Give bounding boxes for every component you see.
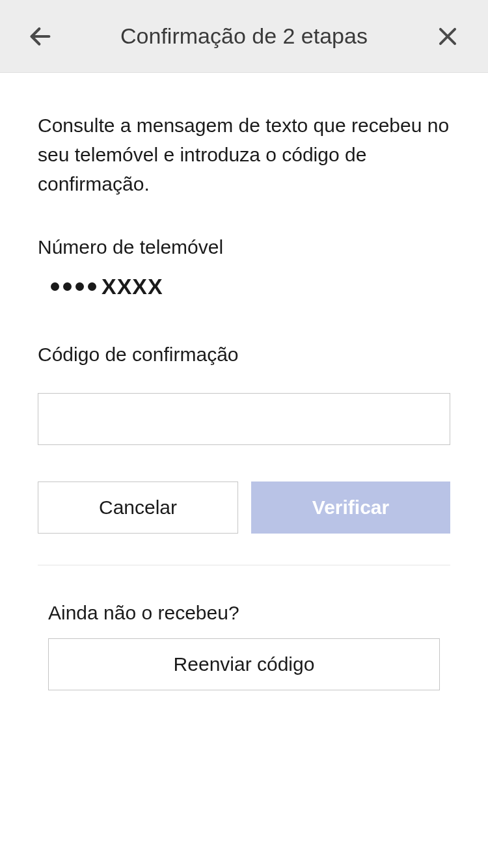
resend-code-button[interactable]: Reenviar código (48, 638, 440, 690)
divider (38, 565, 450, 565)
masked-dots-icon (51, 282, 96, 291)
phone-value: XXXX (38, 274, 450, 299)
confirmation-code-input[interactable] (38, 393, 450, 445)
page-title: Confirmação de 2 etapas (55, 23, 433, 49)
header-bar: Confirmação de 2 etapas (0, 0, 488, 73)
arrow-left-icon (27, 23, 53, 49)
main-content: Consulte a mensagem de texto que recebeu… (0, 73, 488, 690)
close-button[interactable] (433, 22, 462, 51)
phone-label: Número de telemóvel (38, 236, 450, 258)
instruction-text: Consulte a mensagem de texto que recebeu… (38, 111, 450, 198)
phone-section: Número de telemóvel XXXX (38, 236, 450, 299)
action-buttons: Cancelar Verificar (38, 481, 450, 534)
code-label: Código de confirmação (38, 344, 450, 366)
verify-button[interactable]: Verificar (251, 481, 450, 534)
resend-prompt: Ainda não o recebeu? (48, 602, 440, 624)
cancel-button[interactable]: Cancelar (38, 481, 238, 534)
code-section: Código de confirmação (38, 344, 450, 445)
back-button[interactable] (26, 22, 55, 51)
resend-section: Ainda não o recebeu? Reenviar código (38, 602, 450, 690)
close-icon (435, 24, 460, 49)
phone-masked-suffix: XXXX (102, 274, 163, 299)
